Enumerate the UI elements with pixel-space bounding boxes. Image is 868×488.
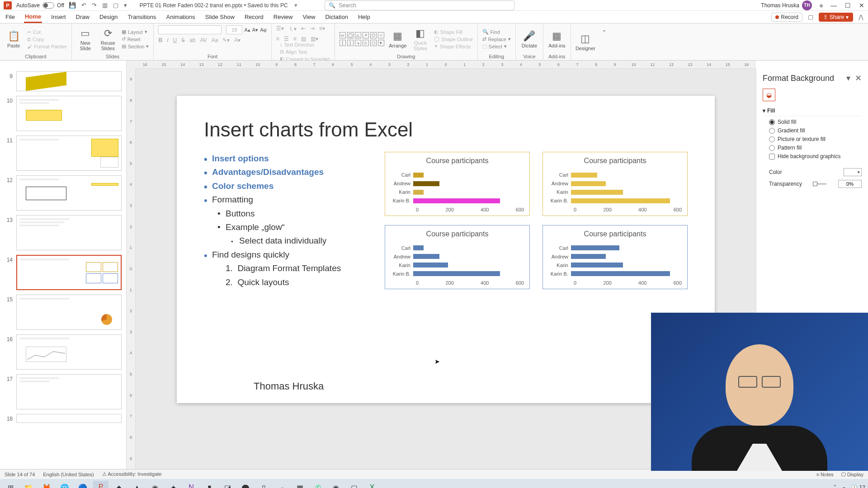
slide-canvas[interactable]: Insert charts from Excel Insert options … [177, 96, 715, 403]
designer-button[interactable]: ◫Designer [576, 33, 595, 51]
thumbnail-18[interactable] [16, 414, 122, 423]
language-indicator[interactable]: English (United States) [43, 472, 94, 477]
thumbnail-10[interactable] [16, 96, 122, 131]
gradient-fill-radio[interactable]: Gradient fill [769, 127, 862, 134]
save-icon[interactable]: 💾 [69, 2, 76, 9]
start-button[interactable]: ⊞ [3, 481, 18, 488]
fill-section-header[interactable]: ▾Fill [763, 106, 862, 116]
whatsapp-icon[interactable]: ✆ [310, 481, 326, 488]
tab-transitions[interactable]: Transitions [127, 12, 157, 22]
addins-button[interactable]: ▦Add-ins [548, 30, 566, 48]
arrange-button[interactable]: ▦Arrange [389, 30, 407, 48]
coming-soon-icon[interactable]: ◈ [819, 2, 823, 9]
picture-fill-radio[interactable]: Picture or texture fill [769, 136, 862, 142]
collapse-ribbon-icon[interactable]: ⋀ [859, 14, 863, 20]
layout-button[interactable]: ▦Layout ▾ [122, 29, 149, 35]
weather-icon[interactable]: ☁ [841, 484, 846, 488]
search-input[interactable]: 🔍 Search [325, 0, 514, 10]
app-icon-8[interactable]: ◉ [328, 481, 344, 488]
thumbnail-16[interactable] [16, 334, 122, 370]
clock[interactable]: 🕐 12 [851, 484, 865, 488]
thumbnail-17[interactable] [16, 374, 122, 409]
user-account[interactable]: Thomas Hruska TH [761, 0, 812, 10]
record-button[interactable]: Record [771, 13, 802, 22]
pane-close-icon[interactable]: ✕ [855, 73, 862, 83]
tab-record[interactable]: Record [244, 12, 264, 22]
app-icon-7[interactable]: ▦ [292, 481, 307, 488]
title-dropdown-icon[interactable]: ▾ [294, 2, 297, 9]
tab-help[interactable]: Help [357, 12, 371, 22]
tab-review[interactable]: Review [273, 12, 294, 22]
thumbnail-12[interactable] [16, 175, 122, 211]
undo-icon[interactable]: ↶ [81, 2, 86, 9]
edge-icon[interactable]: 🔵 [75, 481, 90, 488]
tab-file[interactable]: File [5, 12, 16, 22]
transparency-input[interactable] [838, 180, 862, 188]
maximize-button[interactable]: ☐ [845, 2, 851, 9]
share-button[interactable]: ⇪ Share ▾ [819, 13, 853, 22]
powerpoint-task-icon[interactable]: P [93, 481, 108, 488]
file-explorer-icon[interactable]: 📁 [21, 481, 36, 488]
thumbnail-11[interactable] [16, 136, 122, 171]
thumbnail-15[interactable] [16, 295, 122, 330]
chart-1[interactable]: Course participantsCarlAndrewKarinKarin … [385, 152, 530, 216]
slide-title[interactable]: Insert charts from Excel [204, 118, 688, 141]
reset-button[interactable]: ↺Reset [122, 36, 149, 42]
new-slide-button[interactable]: ▭New Slide [76, 28, 94, 51]
tab-draw[interactable]: Draw [75, 12, 90, 22]
fill-tab-icon[interactable]: ◒ [763, 89, 775, 101]
present-icon[interactable]: ▢ [113, 2, 118, 9]
replace-button[interactable]: ⇄Replace ▾ [482, 36, 511, 42]
tab-insert[interactable]: Insert [50, 12, 67, 22]
tab-home[interactable]: Home [24, 11, 42, 23]
thumbnail-14[interactable] [16, 255, 122, 290]
tray-overflow-icon[interactable]: ˄ [834, 484, 836, 488]
slide-thumbnails[interactable]: 9 10 11 12 13 14 15 16 17 18 [0, 69, 127, 469]
app-icon-5[interactable]: ◪ [220, 481, 235, 488]
app-icon-9[interactable]: ▢ [346, 481, 362, 488]
app-icon-6[interactable]: ☁ [274, 481, 289, 488]
tab-view[interactable]: View [302, 12, 316, 22]
ribbon-collapse-icon[interactable]: ⌄ [600, 23, 609, 60]
notepad-icon[interactable]: ▯ [256, 481, 271, 488]
pattern-fill-radio[interactable]: Pattern fill [769, 145, 862, 151]
pane-options-icon[interactable]: ▾ [846, 73, 850, 83]
present-share-icon[interactable]: ▢ [808, 14, 813, 20]
color-picker[interactable]: ▾ [844, 168, 862, 176]
thumbnail-13[interactable] [16, 215, 122, 250]
shapes-gallery[interactable]: ▭◯△↗⬠☆ {}↘◇⬡▾ [340, 32, 384, 46]
firefox-icon[interactable]: 🦊 [39, 481, 54, 488]
reuse-slides-button[interactable]: ⟳Reuse Slides [99, 28, 117, 51]
tab-slideshow[interactable]: Slide Show [204, 12, 236, 22]
tab-dictation[interactable]: Dictation [324, 12, 349, 22]
from-beginning-icon[interactable]: ▥ [102, 2, 108, 9]
accessibility-indicator[interactable]: ⚠ Accessibility: Investigate [102, 471, 162, 477]
notes-button[interactable]: ≡ Notes [816, 472, 834, 477]
display-button[interactable]: 🖵 Display [841, 472, 863, 477]
obs-icon[interactable]: ⬤ [238, 481, 253, 488]
app-icon-2[interactable]: ◉ [147, 481, 163, 488]
select-button[interactable]: ⬚Select ▾ [482, 43, 511, 49]
hide-bg-checkbox[interactable]: Hide background graphics [769, 153, 862, 160]
minimize-button[interactable]: — [830, 2, 837, 9]
find-button[interactable]: 🔍Find [482, 29, 511, 35]
vlc-icon[interactable]: ▲ [129, 481, 145, 488]
app-icon-3[interactable]: ✦ [165, 481, 181, 488]
embedded-charts[interactable]: Course participantsCarlAndrewKarinKarin … [385, 152, 688, 289]
redo-icon[interactable]: ↷ [92, 2, 97, 9]
onenote-icon[interactable]: N [184, 481, 199, 488]
chrome-icon[interactable]: 🌐 [57, 481, 72, 488]
app-icon[interactable]: ◆ [111, 481, 127, 488]
excel-icon[interactable]: X [364, 481, 380, 488]
section-button[interactable]: ▤Section ▾ [122, 43, 149, 49]
slide-text-content[interactable]: Insert options Advantages/Disadvantages … [204, 152, 367, 289]
tab-design[interactable]: Design [99, 12, 118, 22]
transparency-slider[interactable] [814, 183, 826, 185]
paste-button[interactable]: 📋 Paste [5, 30, 23, 48]
slide-counter[interactable]: Slide 14 of 74 [5, 472, 35, 477]
autosave-toggle[interactable]: AutoSave Off [16, 2, 64, 9]
chart-2[interactable]: Course participantsCarlAndrewKarinKarin … [542, 152, 688, 216]
toggle-icon[interactable] [42, 2, 54, 9]
chart-4[interactable]: Course participantsCarlAndrewKarinKarin … [542, 225, 688, 289]
tab-animations[interactable]: Animations [165, 12, 196, 22]
